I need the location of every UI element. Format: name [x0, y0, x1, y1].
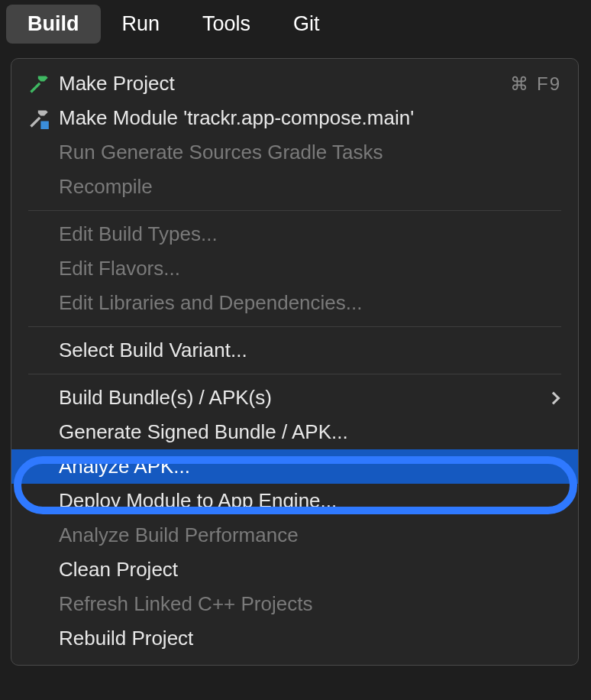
menu-item-run-generate-sources: Run Generate Sources Gradle Tasks: [11, 135, 578, 170]
menu-item-make-module[interactable]: Make Module 'trackr.app-compose.main': [11, 101, 578, 135]
menu-item-edit-build-types: Edit Build Types...: [11, 217, 578, 251]
menubar-item-run[interactable]: Run: [101, 5, 182, 44]
menubar-item-tools[interactable]: Tools: [181, 5, 272, 44]
menu-item-refresh-cpp: Refresh Linked C++ Projects: [11, 587, 578, 621]
menubar-item-git[interactable]: Git: [272, 5, 341, 44]
menu-item-label: Run Generate Sources Gradle Tasks: [59, 141, 561, 164]
menu-item-label: Generate Signed Bundle / APK...: [59, 420, 561, 444]
menu-item-label: Build Bundle(s) / APK(s): [59, 386, 549, 410]
menu-item-label: Analyze Build Performance: [59, 523, 561, 547]
menu-item-deploy-module[interactable]: Deploy Module to App Engine...: [11, 484, 578, 518]
menu-item-label: Edit Flavors...: [59, 257, 561, 280]
menu-item-build-bundles-apks[interactable]: Build Bundle(s) / APK(s): [11, 381, 578, 415]
menu-item-label: Make Module 'trackr.app-compose.main': [59, 106, 561, 130]
menu-item-analyze-build-performance: Analyze Build Performance: [11, 518, 578, 553]
hammer-icon: [28, 73, 59, 95]
menu-separator: [28, 374, 561, 374]
build-menu-dropdown: Make Project ⌘ F9 Make Module 'trackr.ap…: [11, 58, 579, 666]
svg-rect-0: [40, 121, 49, 129]
chevron-right-icon: [547, 391, 560, 404]
menu-separator: [28, 210, 561, 211]
menu-item-shortcut: ⌘ F9: [510, 73, 561, 95]
menu-item-label: Edit Libraries and Dependencies...: [59, 291, 561, 315]
menubar-item-build[interactable]: Build: [6, 5, 101, 44]
menu-item-clean-project[interactable]: Clean Project: [11, 553, 578, 587]
menu-item-label: Rebuild Project: [59, 627, 561, 650]
menu-item-label: Make Project: [59, 72, 510, 96]
menubar: Build Run Tools Git: [0, 0, 591, 47]
menu-item-recompile: Recompile: [11, 170, 578, 204]
menu-item-label: Select Build Variant...: [59, 339, 561, 362]
menu-item-label: Edit Build Types...: [59, 222, 561, 246]
menu-item-label: Deploy Module to App Engine...: [59, 489, 561, 513]
menu-item-label: Refresh Linked C++ Projects: [59, 592, 561, 616]
menu-item-label: Clean Project: [59, 558, 561, 582]
menu-item-rebuild-project[interactable]: Rebuild Project: [11, 621, 578, 656]
menu-item-label: Recompile: [59, 175, 561, 199]
menu-item-edit-flavors: Edit Flavors...: [11, 251, 578, 286]
menu-item-analyze-apk[interactable]: Analyze APK...: [11, 449, 578, 484]
hammer-module-icon: [28, 108, 59, 129]
menu-item-make-project[interactable]: Make Project ⌘ F9: [11, 66, 578, 101]
menu-item-generate-signed[interactable]: Generate Signed Bundle / APK...: [11, 415, 578, 449]
menu-item-select-build-variant[interactable]: Select Build Variant...: [11, 333, 578, 368]
menu-item-edit-libraries: Edit Libraries and Dependencies...: [11, 286, 578, 320]
menu-separator: [28, 326, 561, 327]
menu-item-label: Analyze APK...: [59, 455, 561, 478]
